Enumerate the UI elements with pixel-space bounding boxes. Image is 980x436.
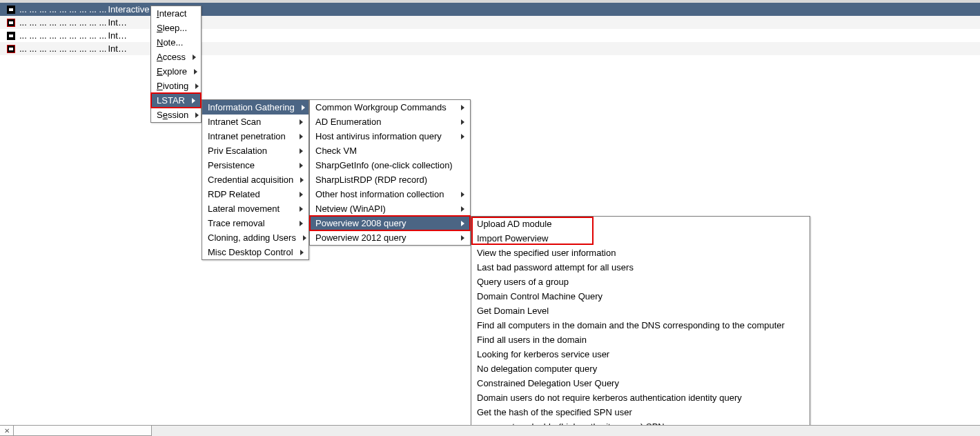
session-icon xyxy=(7,19,15,27)
submenu-arrow-icon xyxy=(194,69,197,75)
tab-blank[interactable] xyxy=(14,426,152,436)
menu-item-label: Domain users do not require kerberos aut… xyxy=(477,393,804,403)
menu-item-label: Powerview 2012 query xyxy=(315,232,454,243)
session-row[interactable]: ... ... ... ... ... ... ... ... ...Int… xyxy=(0,29,980,42)
menu-item-label: Upload AD module xyxy=(477,219,804,229)
menu-item-label: Find all users in the domain xyxy=(477,335,804,345)
menu-item[interactable]: Upload AD module xyxy=(471,217,810,231)
menu-item[interactable]: Pivoting xyxy=(151,79,201,93)
menu-item[interactable]: Import Powerview xyxy=(471,231,810,246)
menu-item[interactable]: Access xyxy=(151,50,201,64)
menu-item-label: LSTAR xyxy=(157,95,185,106)
tab-close-stub[interactable]: ✕ xyxy=(0,426,14,436)
menu-item-label: Host antivirus information query xyxy=(315,131,454,141)
menu-item[interactable]: Common Workgroup Commands xyxy=(310,100,470,115)
menu-item[interactable]: LSTAR xyxy=(151,93,201,108)
context-menu-level-3: Common Workgroup CommandsAD EnumerationH… xyxy=(309,99,471,246)
session-icon xyxy=(7,6,15,14)
context-menu-level-2: Information GatheringIntranet ScanIntran… xyxy=(202,99,309,260)
menu-item-label: Information Gathering xyxy=(208,102,295,112)
menu-item[interactable]: Looking for kerberos service user xyxy=(471,347,810,361)
menu-item[interactable]: Information Gathering xyxy=(202,100,308,115)
menu-item[interactable]: Domain Control Machine Query xyxy=(471,289,810,304)
submenu-arrow-icon xyxy=(461,235,464,241)
submenu-arrow-icon xyxy=(300,177,304,183)
menu-item-label: Intranet penetration xyxy=(208,131,293,141)
menu-item[interactable]: Query users of a group xyxy=(471,275,810,289)
row-dots: ... ... ... ... ... ... ... ... ... xyxy=(19,17,106,28)
menu-item[interactable]: Host antivirus information query xyxy=(310,129,470,143)
bottom-bar: ✕ xyxy=(0,425,980,436)
row-label: Interactive xyxy=(108,4,149,14)
menu-item-label: Note... xyxy=(157,37,195,48)
menu-item[interactable]: Priv Escalation xyxy=(202,143,308,158)
menu-item-label: Interact xyxy=(157,8,195,19)
menu-item[interactable]: Find all users in the domain xyxy=(471,333,810,347)
session-row[interactable]: ... ... ... ... ... ... ... ... ...Inter… xyxy=(0,3,980,16)
submenu-arrow-icon xyxy=(300,206,303,212)
menu-item[interactable]: Check VM xyxy=(310,143,470,158)
menu-item[interactable]: Domain users do not require kerberos aut… xyxy=(471,390,810,405)
menu-item-label: Other host information collection xyxy=(315,189,454,199)
submenu-arrow-icon xyxy=(300,119,303,125)
menu-item-label: Session xyxy=(157,110,188,120)
context-menu-level-4: Upload AD moduleImport PowerviewView the… xyxy=(471,216,810,435)
menu-item-label: Misc Desktop Control xyxy=(208,247,293,257)
menu-item-label: Domain Control Machine Query xyxy=(477,291,804,301)
menu-item[interactable]: Constrained Delegation User Query xyxy=(471,376,810,390)
submenu-arrow-icon xyxy=(461,206,464,212)
menu-item-label: Cloning, adding Users xyxy=(208,232,296,243)
menu-item-label: RDP Related xyxy=(208,189,293,199)
menu-item[interactable]: Misc Desktop Control xyxy=(202,245,308,259)
menu-item-label: Intranet Scan xyxy=(208,117,293,127)
submenu-arrow-icon xyxy=(195,83,199,89)
menu-item-label: Trace removal xyxy=(208,218,293,228)
submenu-arrow-icon xyxy=(195,112,199,118)
menu-item-label: Pivoting xyxy=(157,81,188,91)
menu-item[interactable]: Intranet penetration xyxy=(202,129,308,143)
menu-item[interactable]: Powerview 2012 query xyxy=(310,230,470,245)
menu-item[interactable]: View the specified user information xyxy=(471,246,810,260)
context-menu-level-1: InteractSleep...Note...AccessExplorePivo… xyxy=(150,6,202,123)
menu-item[interactable]: Other host information collection xyxy=(310,187,470,201)
menu-item[interactable]: Explore xyxy=(151,64,201,79)
menu-item[interactable]: Sleep... xyxy=(151,21,201,35)
menu-item-label: Explore xyxy=(157,66,187,77)
menu-item[interactable]: Trace removal xyxy=(202,216,308,230)
menu-item[interactable]: Persistence xyxy=(202,158,308,172)
menu-item[interactable]: Credential acquisition xyxy=(202,172,308,187)
menu-item[interactable]: No delegation computer query xyxy=(471,361,810,376)
menu-item[interactable]: AD Enumeration xyxy=(310,115,470,129)
row-dots: ... ... ... ... ... ... ... ... ... xyxy=(19,43,106,54)
menu-item-label: Get the hash of the specified SPN user xyxy=(477,407,804,417)
menu-item[interactable]: Session xyxy=(151,108,201,122)
menu-item[interactable]: Get Domain Level xyxy=(471,304,810,318)
menu-item[interactable]: Note... xyxy=(151,35,201,50)
menu-item[interactable]: SharpGetInfo (one-click collection) xyxy=(310,158,470,172)
menu-item-label: Import Powerview xyxy=(477,233,804,244)
menu-item[interactable]: Intranet Scan xyxy=(202,115,308,129)
menu-item[interactable]: SharpListRDP (RDP record) xyxy=(310,172,470,187)
submenu-arrow-icon xyxy=(300,134,303,139)
menu-item-label: Get Domain Level xyxy=(477,306,804,316)
session-icon xyxy=(7,32,15,40)
session-row[interactable]: ... ... ... ... ... ... ... ... ...Int… xyxy=(0,16,980,29)
menu-item[interactable]: Get the hash of the specified SPN user xyxy=(471,405,810,419)
submenu-arrow-icon xyxy=(461,119,464,125)
menu-item[interactable]: Netview (WinAPI) xyxy=(310,201,470,216)
menu-item[interactable]: RDP Related xyxy=(202,187,308,201)
menu-item-label: Looking for kerberos service user xyxy=(477,349,804,359)
menu-item-label: Sleep... xyxy=(157,23,195,33)
menu-item[interactable]: Interact xyxy=(151,6,201,21)
menu-item[interactable]: Lateral movement xyxy=(202,201,308,216)
menu-item-label: Query users of a group xyxy=(477,277,804,287)
menu-item-label: SharpListRDP (RDP record) xyxy=(315,175,464,185)
submenu-arrow-icon xyxy=(300,250,304,255)
submenu-arrow-icon xyxy=(300,148,303,154)
session-row[interactable]: ... ... ... ... ... ... ... ... ...Int… xyxy=(0,42,980,55)
menu-item[interactable]: Powerview 2008 query xyxy=(310,216,470,230)
menu-item[interactable]: Find all computers in the domain and the… xyxy=(471,318,810,333)
menu-item[interactable]: Last bad password attempt for all users xyxy=(471,260,810,275)
menu-item[interactable]: Cloning, adding Users xyxy=(202,230,308,245)
submenu-arrow-icon xyxy=(300,221,303,226)
